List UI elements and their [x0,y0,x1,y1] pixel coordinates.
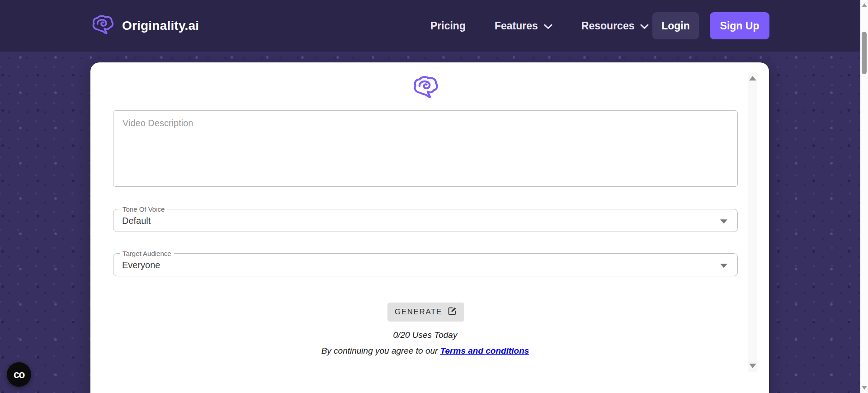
scrollbar-thumb[interactable] [862,32,867,74]
tone-of-voice-value: Default [122,215,151,226]
terms-prefix: By continuing you agree to our [321,346,440,355]
nav-item-features[interactable]: Features [495,20,552,32]
edit-icon [447,306,457,318]
chevron-down-icon [640,20,649,32]
dropdown-arrow-icon [720,219,727,223]
nav-item-resources[interactable]: Resources [581,20,649,32]
target-audience-select[interactable]: Target Audience Everyone [113,253,738,276]
scroll-down-icon[interactable] [862,386,867,390]
brand-name: Originality.ai [122,19,199,33]
target-audience-label: Target Audience [120,250,174,257]
terms-notice: By continuing you agree to our Terms and… [90,346,760,356]
page: { "brand": { "name": "Originality.ai" },… [0,0,868,393]
dropdown-arrow-icon [720,264,727,268]
generate-button-label: GENERATE [395,308,442,317]
chevron-down-icon [544,20,552,32]
nav-links: Pricing Features Resources [430,0,649,52]
login-button[interactable]: Login [652,12,699,39]
terms-link[interactable]: Terms and conditions [440,346,529,355]
card-scrollbar[interactable] [748,72,757,372]
tone-of-voice-select[interactable]: Tone Of Voice Default [113,209,738,232]
scroll-up-icon[interactable] [749,76,756,80]
nav-item-label: Features [495,20,538,32]
browser-scrollbar[interactable] [860,0,868,393]
scroll-up-icon[interactable] [862,3,867,7]
video-description-input[interactable] [113,110,738,187]
usage-counter: 0/20 Uses Today [90,330,760,340]
generate-button[interactable]: GENERATE [387,303,464,322]
navbar: Originality.ai Pricing Features Resource… [0,0,868,52]
cookie-consent-button[interactable]: co [7,362,31,387]
cookie-consent-logo: co [14,369,24,381]
tone-of-voice-label: Tone Of Voice [120,205,167,213]
scroll-down-icon[interactable] [749,364,756,368]
nav-item-label: Pricing [430,20,466,32]
generator-card: Tone Of Voice Default Target Audience Ev… [90,62,769,393]
nav-item-pricing[interactable]: Pricing [430,20,466,32]
brain-logo-icon [90,14,114,37]
target-audience-value: Everyone [122,260,160,270]
signup-button[interactable]: Sign Up [710,12,769,39]
nav-item-label: Resources [581,20,635,32]
brand-logo[interactable]: Originality.ai [90,14,199,37]
brain-icon [411,75,439,99]
